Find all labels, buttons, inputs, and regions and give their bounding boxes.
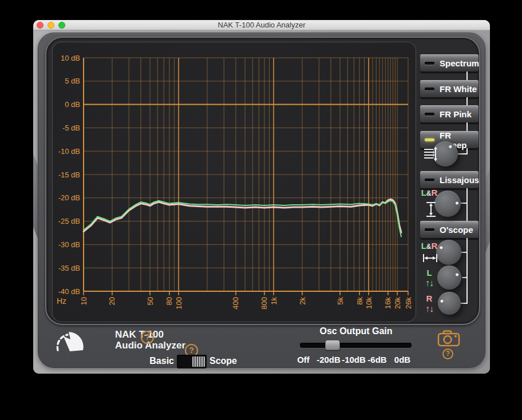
left-gain-arrows-icon: ↑↓ (419, 278, 440, 288)
gauge-logo-icon (54, 328, 87, 355)
horizontal-span-icon (422, 253, 438, 263)
svg-text:2k: 2k (298, 297, 307, 305)
vertical-span-icon (425, 201, 437, 217)
connector-line (460, 203, 466, 204)
svg-text:26k: 26k (404, 297, 413, 309)
svg-text:80: 80 (165, 297, 173, 305)
toggle-handle[interactable] (192, 356, 205, 367)
svg-text:0 dB: 0 dB (65, 100, 80, 109)
gain-tick-label: 0dB (394, 355, 410, 364)
connector-line (466, 188, 468, 221)
svg-text:10: 10 (80, 297, 88, 305)
gain-tick-label: -6dB (367, 355, 386, 364)
svg-text:10k: 10k (365, 297, 373, 309)
oscope-timebase-knob[interactable] (436, 240, 461, 265)
zoom-button[interactable] (58, 22, 65, 29)
led-indicator (425, 138, 434, 141)
minimize-button[interactable] (48, 22, 54, 29)
led-indicator (425, 113, 434, 116)
oscope-channel-label: L&R (419, 241, 440, 252)
svg-text:-15 dB: -15 dB (58, 171, 80, 179)
led-indicator (425, 62, 434, 65)
button-fr-white[interactable]: FR White (420, 80, 478, 97)
led-indicator (425, 228, 434, 231)
oscope-left-gain-knob[interactable] (437, 266, 461, 290)
window-content: 10 dB5 dB0 dB-5 dB-10 dB-15 dB-20 dB-25 … (33, 31, 490, 374)
gain-tick-label: -20dB (317, 355, 341, 364)
window-title: NAK T-100 Audio Analyzer (33, 20, 490, 30)
fr-chart: 10 dB5 dB0 dB-5 dB-10 dB-15 dB-20 dB-25 … (52, 42, 416, 322)
svg-text:-10 dB: -10 dB (58, 147, 80, 156)
oscope-right-gain-knob[interactable] (438, 292, 461, 315)
svg-text:5k: 5k (336, 297, 345, 305)
svg-text:400: 400 (231, 297, 240, 310)
connector-line (466, 122, 468, 131)
left-channel-label: L (419, 268, 440, 278)
mode-label-basic: Basic (130, 356, 174, 366)
gain-slider-title: Osc Output Gain (299, 326, 413, 336)
right-channel-label: R (419, 294, 440, 304)
button-label: FR White (440, 84, 477, 94)
app-window: NAK T-100 Audio Analyzer 10 dB5 dB0 dB-5… (33, 20, 490, 374)
svg-text:-30 dB: -30 dB (58, 240, 80, 249)
button-fr-pink[interactable]: FR Pink (420, 105, 478, 122)
svg-text:100: 100 (175, 297, 183, 310)
desktop: NAK T-100 Audio Analyzer 10 dB5 dB0 dB-5… (0, 0, 522, 420)
lissajous-channel-label: L&R (419, 188, 440, 199)
svg-text:10 dB: 10 dB (61, 54, 80, 62)
help-icon[interactable]: ? (141, 331, 154, 344)
button-label: FR Pink (440, 109, 472, 119)
svg-text:20k: 20k (393, 297, 402, 309)
connector-line (466, 72, 468, 80)
button-spectrum[interactable]: Spectrum (420, 54, 478, 72)
svg-text:20: 20 (108, 297, 116, 305)
device-faceplate: 10 dB5 dB0 dB-5 dB-10 dB-15 dB-20 dB-25 … (38, 33, 485, 368)
svg-text:-20 dB: -20 dB (58, 193, 80, 202)
button-label: Spectrum (440, 58, 479, 68)
connector-line (466, 238, 468, 304)
button-label: Lissajous (440, 175, 479, 185)
svg-text:Hz: Hz (57, 296, 66, 306)
led-indicator (425, 88, 434, 90)
svg-text:800: 800 (260, 297, 268, 310)
mode-toggle-switch[interactable] (177, 355, 207, 369)
svg-text:1k: 1k (270, 297, 278, 305)
connector-line (466, 97, 468, 105)
gain-slider-track[interactable] (300, 343, 412, 348)
button-lissajous[interactable]: Lissajous (420, 171, 478, 188)
svg-text:-25 dB: -25 dB (58, 217, 80, 225)
svg-text:-40 dB: -40 dB (58, 287, 80, 296)
button-oscope[interactable]: O'scope (420, 221, 478, 238)
right-gain-arrows-icon: ↑↓ (419, 304, 440, 314)
svg-text:5 dB: 5 dB (65, 77, 80, 85)
gain-slider-handle[interactable] (325, 340, 340, 350)
led-indicator (425, 179, 434, 181)
camera-icon[interactable] (436, 328, 461, 348)
gain-tick-label: -10dB (342, 355, 366, 364)
svg-text:-35 dB: -35 dB (58, 264, 80, 272)
right-facet-decoration (485, 168, 490, 254)
titlebar[interactable]: NAK T-100 Audio Analyzer (33, 20, 490, 30)
graph-screen: 10 dB5 dB0 dB-5 dB-10 dB-15 dB-20 dB-25 … (52, 42, 416, 322)
close-button[interactable] (37, 22, 43, 29)
screen-bezel: 10 dB5 dB0 dB-5 dB-10 dB-15 dB-20 dB-25 … (45, 37, 480, 325)
svg-text:-5 dB: -5 dB (62, 124, 80, 132)
gain-tick-label: Off (297, 355, 310, 364)
button-label: O'scope (440, 225, 473, 235)
help-icon[interactable]: ? (442, 348, 453, 359)
svg-text:16k: 16k (383, 297, 392, 309)
sweep-steps-icon (423, 146, 439, 162)
svg-text:50: 50 (146, 297, 155, 305)
svg-text:8k: 8k (355, 297, 364, 305)
mode-label-scope: Scope (209, 356, 237, 366)
